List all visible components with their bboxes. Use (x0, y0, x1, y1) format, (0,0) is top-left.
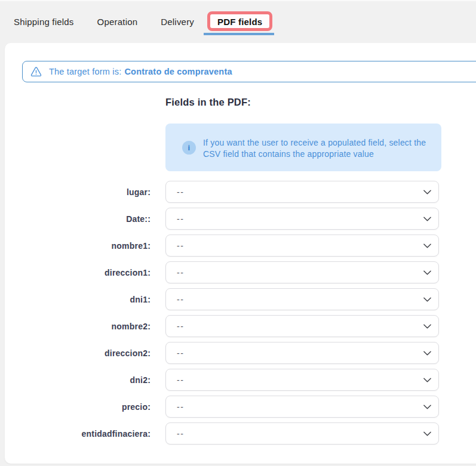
direccion2-select[interactable]: -- (165, 342, 439, 364)
field-label-precio: precio: (5, 402, 151, 412)
field-label-dni1: dni1: (5, 295, 151, 304)
field-label-nombre2: nombre2: (5, 322, 151, 331)
field-row-precio: precio: -- (5, 393, 476, 420)
tab-pdf-fields[interactable]: PDF fields (215, 17, 265, 27)
tab-delivery[interactable]: Delivery (158, 17, 196, 27)
tab-label: Shipping fields (14, 17, 74, 27)
tab-label: Delivery (161, 17, 194, 27)
tab-label: Operation (97, 17, 138, 27)
nombre1-select[interactable]: -- (165, 234, 439, 257)
dni2-select[interactable]: -- (165, 369, 439, 391)
info-text: If you want the user to receive a popula… (203, 137, 431, 160)
field-row-lugar: lugar: -- (5, 178, 476, 205)
nombre2-select[interactable]: -- (165, 315, 439, 337)
pdf-field-list: lugar: -- Date:: -- (5, 178, 476, 447)
field-row-dni2: dni2: -- (5, 366, 476, 393)
field-label-date: Date:: (5, 214, 151, 224)
active-tab-underline (204, 33, 274, 35)
select-wrap-date: -- (165, 208, 439, 230)
tab-shipping-fields[interactable]: Shipping fields (11, 17, 76, 27)
select-wrap-nombre2: -- (165, 315, 439, 337)
warning-triangle-icon (30, 67, 42, 77)
target-form-alert: The target form is: Contrato de comprave… (22, 61, 476, 82)
select-wrap-precio: -- (165, 396, 439, 418)
tab-bar: Shipping fields Operation Delivery PDF f… (0, 0, 476, 43)
select-wrap-entidadfinaciera: -- (165, 422, 439, 445)
field-row-nombre2: nombre2: -- (5, 313, 476, 340)
field-row-direccion1: direccion1: -- (5, 259, 476, 286)
field-row-date: Date:: -- (5, 205, 476, 232)
field-label-direccion2: direccion2: (5, 348, 151, 358)
alert-text: The target form is: (49, 67, 121, 76)
field-label-dni2: dni2: (5, 375, 151, 385)
field-label-entidadfinaciera: entidadfinaciera: (5, 429, 151, 439)
field-row-direccion2: direccion2: -- (5, 340, 476, 366)
field-row-nombre1: nombre1: -- (5, 232, 476, 259)
pdf-fields-panel: The target form is: Contrato de comprave… (5, 43, 476, 464)
select-wrap-direccion2: -- (165, 342, 439, 364)
field-row-entidadfinaciera: entidadfinaciera: -- (5, 420, 476, 447)
date-select[interactable]: -- (165, 208, 439, 230)
select-wrap-dni1: -- (165, 288, 439, 310)
tab-operation[interactable]: Operation (95, 17, 140, 27)
entidadfinaciera-select[interactable]: -- (165, 422, 439, 445)
precio-select[interactable]: -- (165, 396, 439, 418)
info-box: i If you want the user to receive a popu… (165, 124, 441, 171)
field-label-direccion1: direccion1: (5, 268, 151, 277)
tab-label: PDF fields (217, 17, 262, 27)
section-heading: Fields in the PDF: (165, 97, 251, 108)
info-icon: i (182, 141, 196, 155)
field-row-dni1: dni1: -- (5, 286, 476, 313)
dni1-select[interactable]: -- (165, 288, 439, 310)
select-wrap-dni2: -- (165, 369, 439, 391)
select-wrap-nombre1: -- (165, 234, 439, 257)
select-wrap-direccion1: -- (165, 261, 439, 283)
direccion1-select[interactable]: -- (165, 261, 439, 283)
field-label-nombre1: nombre1: (5, 241, 151, 251)
target-form-name: Contrato de compraventa (124, 67, 232, 76)
select-wrap-lugar: -- (165, 181, 439, 203)
lugar-select[interactable]: -- (165, 181, 439, 203)
field-label-lugar: lugar: (5, 187, 151, 197)
